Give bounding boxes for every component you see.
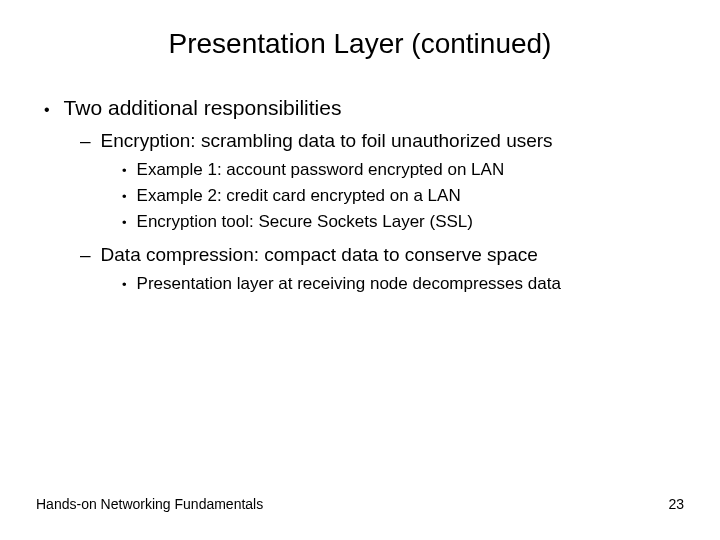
bullet-text: Data compression: compact data to conser…	[101, 244, 538, 266]
bullet-dot-icon: •	[122, 277, 127, 292]
bullet-level3: • Example 2: credit card encrypted on a …	[122, 186, 684, 206]
dash-icon: –	[80, 244, 91, 266]
bullet-level3: • Presentation layer at receiving node d…	[122, 274, 684, 294]
bullet-dot-icon: •	[44, 101, 50, 119]
bullet-level2: – Encryption: scrambling data to foil un…	[80, 130, 684, 152]
bullet-dot-icon: •	[122, 189, 127, 204]
bullet-text: Two additional responsibilities	[64, 96, 342, 120]
bullet-text: Encryption tool: Secure Sockets Layer (S…	[137, 212, 473, 232]
footer-source: Hands-on Networking Fundamentals	[36, 496, 263, 512]
bullet-dot-icon: •	[122, 163, 127, 178]
page-number: 23	[668, 496, 684, 512]
bullet-level2: – Data compression: compact data to cons…	[80, 244, 684, 266]
bullet-text: Presentation layer at receiving node dec…	[137, 274, 561, 294]
bullet-text: Example 1: account password encrypted on…	[137, 160, 505, 180]
bullet-level3: • Example 1: account password encrypted …	[122, 160, 684, 180]
bullet-text: Encryption: scrambling data to foil unau…	[101, 130, 553, 152]
bullet-dot-icon: •	[122, 215, 127, 230]
bullet-level3: • Encryption tool: Secure Sockets Layer …	[122, 212, 684, 232]
bullet-level1: • Two additional responsibilities	[44, 96, 684, 120]
slide-title: Presentation Layer (continued)	[36, 28, 684, 60]
bullet-text: Example 2: credit card encrypted on a LA…	[137, 186, 461, 206]
slide-footer: Hands-on Networking Fundamentals 23	[36, 496, 684, 512]
dash-icon: –	[80, 130, 91, 152]
